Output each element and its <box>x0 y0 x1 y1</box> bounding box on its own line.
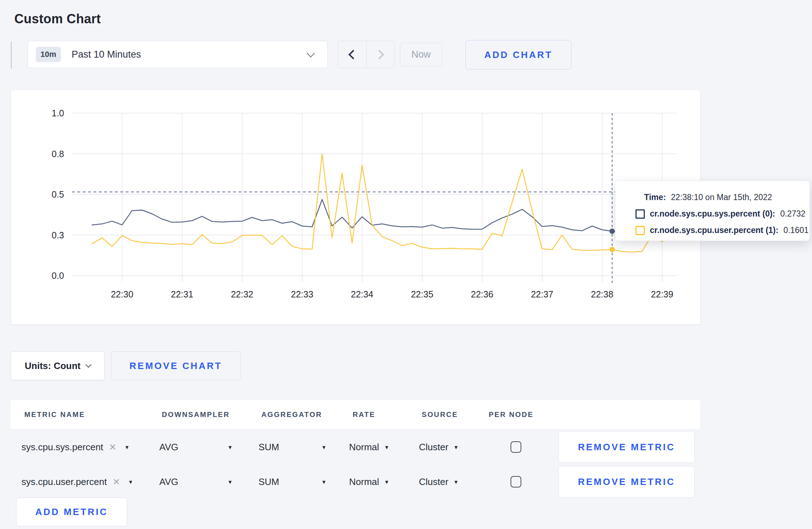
dropdown-triangle-icon: ▼ <box>453 479 459 485</box>
metric-row: sys.cpu.sys.percent ✕ ▼ AVG ▼ SUM ▼ Norm… <box>11 429 700 465</box>
y-tick-label: 0.3 <box>52 230 64 240</box>
y-tick-label: 0.5 <box>52 189 64 199</box>
downsampler-select[interactable]: AVG ▼ <box>159 465 233 498</box>
metric-name-select[interactable]: sys.cpu.sys.percent ✕ ▼ <box>21 429 130 465</box>
dropdown-triangle-icon: ▼ <box>128 479 133 485</box>
page-title: Custom Chart <box>14 11 101 26</box>
x-tick-label: 22:38 <box>591 289 614 299</box>
units-select[interactable]: Units: Count <box>11 351 105 380</box>
downsampler-value: AVG <box>159 442 178 453</box>
source-value: Cluster <box>419 442 448 453</box>
metric-name-value: sys.cpu.user.percent <box>21 476 107 487</box>
x-tick-label: 22:34 <box>351 289 373 299</box>
source-select[interactable]: Cluster ▼ <box>419 429 459 465</box>
downsampler-value: AVG <box>159 476 178 487</box>
chevron-left-icon <box>348 50 358 59</box>
x-tick-label: 22:32 <box>231 289 253 299</box>
x-tick-label: 22:36 <box>471 289 493 299</box>
now-button[interactable]: Now <box>400 43 442 66</box>
rate-select[interactable]: Normal ▼ <box>349 429 390 465</box>
x-tick-label: 22:30 <box>111 289 134 299</box>
tooltip-series-label: cr.node.sys.cpu.sys.percent (0): <box>650 209 775 219</box>
tooltip-time-row: Time: 22:38:10 on Mar 15th, 2022 <box>644 193 809 202</box>
y-tick-label: 1.0 <box>52 108 64 118</box>
chevron-down-icon <box>307 49 315 58</box>
add-chart-button[interactable]: ADD CHART <box>465 40 571 69</box>
remove-metric-button[interactable]: REMOVE METRIC <box>559 431 695 463</box>
chart-card: 0.00.30.50.81.022:3022:3122:3222:3322:34… <box>11 89 701 325</box>
chart-tooltip: Time: 22:38:10 on Mar 15th, 2022 cr.node… <box>615 181 810 241</box>
col-header-source: SOURCE <box>422 400 458 429</box>
remove-chart-button[interactable]: REMOVE CHART <box>111 351 241 380</box>
tooltip-series-value: 0.1601 <box>783 225 808 235</box>
clear-icon[interactable]: ✕ <box>109 442 116 452</box>
metric-row: sys.cpu.user.percent ✕ ▼ AVG ▼ SUM ▼ Nor… <box>11 465 700 498</box>
tooltip-series-row: cr.node.sys.cpu.sys.percent (0): 0.2732 <box>635 209 809 219</box>
x-tick-label: 22:35 <box>411 289 434 299</box>
tooltip-series-value: 0.2732 <box>780 209 805 219</box>
units-label: Units: Count <box>25 360 81 372</box>
cpu-line-chart[interactable]: 0.00.30.50.81.022:3022:3122:3222:3322:34… <box>11 90 700 324</box>
downsampler-select[interactable]: AVG ▼ <box>159 429 233 465</box>
x-tick-label: 22:33 <box>291 289 314 299</box>
dropdown-triangle-icon: ▼ <box>453 445 459 450</box>
dropdown-triangle-icon: ▼ <box>384 479 390 485</box>
next-range-button[interactable] <box>367 41 395 68</box>
user-series-swatch-icon <box>635 226 645 235</box>
custom-chart-page: { "page": { "title": "Custom Chart" }, "… <box>0 0 812 529</box>
per-node-checkbox[interactable] <box>511 441 521 453</box>
crosshair-dot <box>609 228 615 234</box>
time-pager <box>338 41 395 68</box>
aggregator-select[interactable]: SUM ▼ <box>258 465 327 498</box>
tooltip-series-label: cr.node.sys.cpu.user.percent (1): <box>650 225 778 235</box>
aggregator-select[interactable]: SUM ▼ <box>258 429 327 465</box>
tooltip-time-label: Time: <box>644 193 666 202</box>
sys-series-swatch-icon <box>635 209 645 219</box>
dropdown-triangle-icon: ▼ <box>227 479 233 485</box>
time-range-select[interactable]: 10m Past 10 Minutes <box>28 41 328 68</box>
dropdown-triangle-icon: ▼ <box>124 445 130 450</box>
series-line <box>92 200 672 232</box>
aggregator-value: SUM <box>258 442 279 453</box>
y-tick-label: 0.0 <box>52 271 64 281</box>
dropdown-triangle-icon: ▼ <box>321 479 327 485</box>
clear-icon[interactable]: ✕ <box>112 477 120 487</box>
time-range-badge: 10m <box>36 47 61 62</box>
col-header-per-node: PER NODE <box>489 400 533 429</box>
tooltip-time-value: 22:38:10 on Mar 15th, 2022 <box>671 193 772 202</box>
remove-metric-button[interactable]: REMOVE METRIC <box>559 466 695 498</box>
metric-name-select[interactable]: sys.cpu.user.percent ✕ ▼ <box>21 465 133 498</box>
col-header-downsampler: DOWNSAMPLER <box>162 400 230 429</box>
x-tick-label: 22:31 <box>171 289 193 299</box>
tooltip-series-row: cr.node.sys.cpu.user.percent (1): 0.1601 <box>635 225 809 235</box>
per-node-checkbox[interactable] <box>511 476 521 487</box>
dropdown-triangle-icon: ▼ <box>321 445 327 450</box>
metrics-table-header: METRIC NAME DOWNSAMPLER AGGREGATOR RATE … <box>11 400 700 429</box>
source-value: Cluster <box>419 476 448 487</box>
y-tick-label: 0.8 <box>52 149 64 159</box>
aggregator-value: SUM <box>258 476 279 487</box>
add-metric-button[interactable]: ADD METRIC <box>16 498 127 526</box>
chevron-down-icon <box>85 362 91 368</box>
rate-value: Normal <box>349 476 379 487</box>
metric-name-value: sys.cpu.sys.percent <box>21 442 103 453</box>
col-header-metric-name: METRIC NAME <box>24 400 85 429</box>
chevron-right-icon <box>374 50 384 59</box>
col-header-aggregator: AGGREGATOR <box>261 400 322 429</box>
rate-value: Normal <box>349 442 379 453</box>
crosshair-dot <box>609 247 615 252</box>
series-line <box>92 154 672 252</box>
dropdown-triangle-icon: ▼ <box>384 445 390 450</box>
rate-select[interactable]: Normal ▼ <box>349 465 390 498</box>
source-select[interactable]: Cluster ▼ <box>419 465 459 498</box>
col-header-rate: RATE <box>353 400 375 429</box>
x-tick-label: 22:39 <box>651 289 673 299</box>
dropdown-triangle-icon: ▼ <box>227 445 233 450</box>
toolbar-accent-divider <box>11 42 12 69</box>
x-tick-label: 22:37 <box>531 289 554 299</box>
prev-range-button[interactable] <box>338 41 367 68</box>
time-range-label: Past 10 Minutes <box>72 49 141 60</box>
